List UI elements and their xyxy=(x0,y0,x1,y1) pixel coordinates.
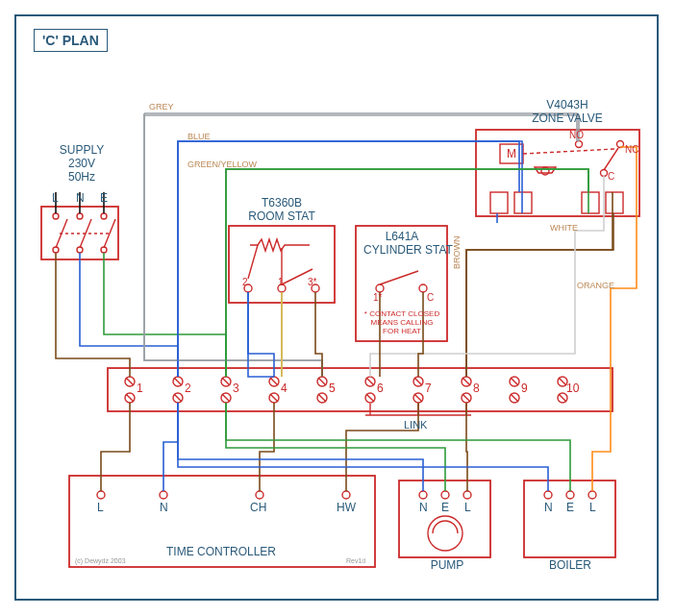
svg-point-43 xyxy=(463,491,471,499)
zone-c: C xyxy=(608,171,614,183)
svg-line-62 xyxy=(270,378,278,385)
svg-line-80 xyxy=(462,394,470,402)
j4: 4 xyxy=(281,382,288,396)
svg-line-24 xyxy=(248,245,258,279)
svg-point-3 xyxy=(101,213,107,219)
svg-point-32 xyxy=(419,284,427,292)
svg-point-38 xyxy=(256,491,263,499)
svg-point-2 xyxy=(77,213,83,219)
svg-line-56 xyxy=(174,394,182,402)
rs-t3: 3* xyxy=(308,277,316,288)
wire-grey: GREY xyxy=(149,102,174,111)
wire-blue: BLUE xyxy=(188,132,211,141)
svg-point-13 xyxy=(576,141,583,148)
j10: 10 xyxy=(566,382,579,396)
rs-t1: 1 xyxy=(278,277,284,288)
svg-line-72 xyxy=(366,394,374,402)
svg-line-64 xyxy=(270,394,278,402)
svg-rect-20 xyxy=(582,192,599,213)
j1: 1 xyxy=(137,382,143,396)
svg-line-58 xyxy=(222,378,230,385)
pump-e: E xyxy=(441,502,449,515)
wiring-svg xyxy=(0,0,675,616)
supply-l: L xyxy=(52,192,59,206)
svg-point-37 xyxy=(160,491,167,499)
svg-line-54 xyxy=(174,378,182,385)
svg-line-68 xyxy=(318,394,326,402)
wire-gy: GREEN/YELLOW xyxy=(188,160,257,169)
svg-line-16 xyxy=(523,149,615,154)
zone-m: M xyxy=(507,148,516,161)
svg-line-17 xyxy=(604,148,618,170)
svg-line-86 xyxy=(559,378,566,385)
wire-orange: ORANGE xyxy=(577,281,614,290)
pump-l: L xyxy=(464,502,471,515)
tc-ch: CH xyxy=(250,502,266,515)
svg-line-84 xyxy=(511,394,518,402)
svg-point-41 xyxy=(419,491,427,499)
cyl-stat-label: L641ACYLINDER STAT xyxy=(363,231,440,258)
svg-line-70 xyxy=(366,378,374,385)
j5: 5 xyxy=(329,382,336,396)
boiler-e: E xyxy=(566,502,574,515)
svg-point-46 xyxy=(544,491,552,499)
svg-point-47 xyxy=(566,491,574,499)
zone-valve-label: V4043HZONE VALVE xyxy=(524,99,611,126)
svg-rect-19 xyxy=(514,192,532,213)
svg-point-1 xyxy=(53,213,59,219)
supply-e: E xyxy=(100,192,108,206)
svg-rect-40 xyxy=(399,480,490,557)
cs-note: * CONTACT CLOSED MEANS CALLING FOR HEAT xyxy=(358,309,446,336)
svg-line-74 xyxy=(414,378,422,385)
svg-line-52 xyxy=(126,394,134,402)
tc-l: L xyxy=(97,502,104,515)
rev: Rev1d xyxy=(346,557,365,565)
boiler-n: N xyxy=(544,502,553,515)
svg-point-39 xyxy=(342,491,350,499)
j2: 2 xyxy=(185,382,191,396)
svg-point-31 xyxy=(376,284,384,292)
svg-rect-18 xyxy=(490,192,508,213)
wire-white: WHITE xyxy=(550,223,578,233)
wire-brown: BROWN xyxy=(452,236,462,270)
tc-hw: HW xyxy=(337,502,356,515)
rs-t2: 2 xyxy=(242,277,248,288)
j8: 8 xyxy=(473,382,480,396)
boiler-l: L xyxy=(589,502,596,515)
supply-label: SUPPLY 230V 50Hz xyxy=(48,144,115,184)
credit: (c) Dewydz 2003 xyxy=(75,557,126,565)
svg-rect-45 xyxy=(524,480,615,557)
supply-n: N xyxy=(76,192,85,206)
svg-line-9 xyxy=(104,219,115,248)
svg-line-88 xyxy=(559,394,566,402)
svg-line-78 xyxy=(462,378,470,385)
pump-n: N xyxy=(419,502,428,515)
room-stat-label: T6360BROOM STAT xyxy=(234,197,330,224)
time-ctrl-label: TIME CONTROLLER xyxy=(144,546,298,559)
svg-point-42 xyxy=(441,491,449,499)
svg-point-36 xyxy=(97,491,105,499)
zone-nc: NC xyxy=(625,144,638,156)
j9: 9 xyxy=(521,382,528,396)
j3: 3 xyxy=(233,382,239,396)
svg-point-48 xyxy=(588,491,596,499)
svg-line-76 xyxy=(414,394,422,402)
svg-line-60 xyxy=(222,394,230,402)
svg-line-82 xyxy=(511,378,518,385)
link-label: LINK xyxy=(404,419,427,431)
boiler-label: BOILER xyxy=(537,559,604,573)
zone-no: NO xyxy=(569,130,584,141)
svg-rect-21 xyxy=(606,192,623,213)
cs-c: C xyxy=(427,292,434,304)
svg-line-66 xyxy=(318,378,326,385)
tc-n: N xyxy=(160,502,168,515)
svg-line-50 xyxy=(126,378,134,385)
svg-line-33 xyxy=(380,271,418,284)
j7: 7 xyxy=(425,382,432,396)
pump-label: PUMP xyxy=(413,559,481,573)
svg-rect-34 xyxy=(108,368,612,411)
svg-rect-11 xyxy=(476,130,639,216)
j6: 6 xyxy=(377,382,384,396)
cs-t1: 1* xyxy=(373,292,382,304)
